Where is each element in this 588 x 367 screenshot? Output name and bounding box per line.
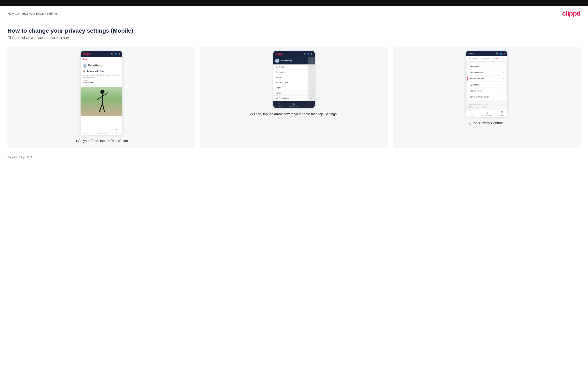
nav-menu-label-1: Menu (114, 132, 118, 134)
step-card-3: < Back 🔍 👤 ⚙ My Profile Connections Sett… (393, 47, 580, 148)
phone-icons-1: 🔍 👤 ⚙ (111, 53, 120, 55)
lesson-icon: 🏭 (83, 69, 86, 73)
tab-my-profile[interactable]: My Profile (467, 56, 478, 61)
feed-post: Blair McHarg Yesterday · Sunningdale 🏭 L… (81, 62, 122, 87)
home-icon-3: ⌂ (471, 111, 472, 114)
phone-header-2: clippd 🔍 👤 ⚙ (273, 51, 315, 57)
nav-menu-3[interactable]: ☰ Menu (500, 111, 504, 116)
page-heading: How to change your privacy settings (Mob… (8, 27, 580, 34)
settings-item-data-integrations[interactable]: Data Integrations › (467, 69, 506, 75)
menu-item-connections[interactable]: Connections (273, 70, 315, 75)
svg-line-4 (97, 96, 103, 99)
settings-icon-2: ⚙ (311, 53, 313, 55)
step-caption-3: 3) Tap 'Privacy Controls'. (468, 121, 505, 125)
feed-user-name: Blair McHarg (88, 64, 104, 66)
chart-icon: ◻ (100, 129, 103, 132)
settings-back: < Back 🔍 👤 ⚙ (466, 51, 507, 56)
menu-user-info: Blair McHarg (275, 59, 292, 63)
page-subheading: Choose what you want people to see (8, 36, 580, 40)
menu-icon-3: ☰ (501, 111, 503, 114)
menu-item-settings[interactable]: Settings (273, 75, 315, 80)
menu-section-home[interactable]: Home ⌄ (273, 91, 315, 96)
settings-item-my-golf-bag[interactable]: My Golf Bag › (467, 82, 506, 88)
menu-section-performance-label: My Performance (276, 97, 289, 99)
settings-item-privacy-controls[interactable]: Privacy Controls › (467, 76, 506, 81)
nav-home-3[interactable]: ⌂ Home (470, 111, 474, 116)
user-icon-2: 👤 (307, 53, 310, 55)
chart-icon-3: ◻ (486, 111, 488, 114)
nav-home-label-3: Home (470, 114, 474, 116)
menu-item-label-logout: Logout (276, 87, 282, 89)
feed-duration-label: Duration (83, 79, 120, 81)
menu-item-label-settings: Settings (276, 76, 283, 78)
chevron-up-icon: ⌃ (311, 60, 313, 62)
step-card-1: clippd 🔍 👤 ⚙ Feed (8, 47, 195, 148)
nav-menu-2[interactable]: ✕ Menu (307, 102, 311, 107)
tab-connections[interactable]: Connections (478, 56, 491, 61)
nav-menu-1[interactable]: ☰ Menu (114, 129, 118, 134)
steps-container: clippd 🔍 👤 ⚙ Feed (8, 47, 580, 148)
svg-point-10 (277, 59, 278, 61)
phone-icons-2: 🔍 👤 ⚙ (303, 53, 313, 55)
tab-settings[interactable]: Settings (491, 56, 500, 61)
settings-item-my-account[interactable]: My Account › (467, 63, 506, 69)
external-link-icon: ↗ (311, 82, 312, 83)
golf-image (81, 87, 122, 116)
chevron-down-icon-performance: ⌄ (311, 97, 312, 99)
chevron-right-icon-1: › (503, 71, 504, 73)
main-content: How to change your privacy settings (Mob… (0, 20, 588, 153)
menu-item-help-support[interactable]: Help & Support ↗ (273, 80, 315, 85)
menu-avatar (275, 59, 279, 63)
nav-performance-label-2: My Performance (289, 105, 299, 107)
nav-home-2[interactable]: ⌂ Home (277, 102, 281, 107)
lesson-title: Lesson with Fordy (87, 70, 105, 72)
menu-icon: ☰ (115, 129, 118, 132)
nav-performance-2[interactable]: ◻ My Performance (289, 102, 299, 107)
menu-user-row[interactable]: Blair McHarg ⌃ (273, 57, 315, 65)
golfer-silhouette (93, 88, 110, 115)
menu-user-name: Blair McHarg (281, 60, 292, 62)
home-icon-2: ⌂ (278, 102, 280, 105)
nav-performance-1[interactable]: ◻ My Performance (96, 129, 107, 134)
menu-section-performance[interactable]: My Performance ⌄ (273, 96, 315, 101)
menu-section-home-label: Home (276, 92, 281, 94)
menu-item-label-connections: Connections (276, 71, 286, 73)
phone-settings: My Account › Data Integrations › Privacy… (466, 62, 507, 110)
settings-item-label-data-integrations: Data Integrations (469, 71, 483, 73)
phone-menu: Blair McHarg ⌃ My Profile Connections (273, 57, 315, 101)
nav-home-label-2: Home (277, 105, 281, 107)
phone-logo-1: clippd (83, 52, 91, 56)
settings-item-help-support[interactable]: Help & Support ↗ (467, 88, 506, 93)
svg-point-2 (100, 90, 104, 94)
menu-item-label-help: Help & Support (276, 82, 288, 83)
menu-item-my-profile[interactable]: My Profile (273, 65, 315, 70)
nav-home-label-1: Home (84, 132, 88, 134)
search-icon-2: 🔍 (303, 53, 306, 55)
settings-item-label-help-support: Help & Support (469, 90, 482, 92)
header: How to change your privacy settings clip… (0, 6, 588, 20)
settings-item-privacy-policy[interactable]: Service & Privacy Policy ↗ (467, 94, 506, 100)
chevron-right-icon-3: › (503, 83, 504, 86)
external-link-icon-3: ↗ (502, 96, 504, 98)
settings-tabs: My Profile Connections Settings (466, 56, 507, 62)
svg-point-0 (84, 65, 86, 66)
phone-logo-2: clippd (275, 52, 283, 56)
menu-item-label-my-profile: My Profile (276, 66, 284, 68)
search-icon: 🔍 (111, 53, 113, 55)
avatar (83, 64, 87, 68)
back-button[interactable]: < Back (468, 53, 474, 55)
version-line-2: GQL Server Version: 2022.7.30-1 (468, 106, 505, 108)
step-caption-2: 2) Then, tap the arrow next to your name… (250, 112, 338, 117)
menu-items-list: My Profile Connections Settings Help & S… (273, 65, 315, 101)
settings-item-label-privacy-controls: Privacy Controls (470, 78, 484, 80)
feed-avatar-row: Blair McHarg Yesterday · Sunningdale (83, 64, 120, 68)
close-icon: ✕ (308, 102, 310, 105)
nav-performance-3[interactable]: ◻ My Performance (481, 111, 492, 116)
phone-bottom-nav-2: ⌂ Home ◻ My Performance ✕ Menu (273, 101, 315, 108)
step-caption-1: 1) On your Feed, tap the 'Menu' icon. (74, 139, 129, 143)
menu-item-logout[interactable]: Logout (273, 85, 315, 91)
nav-home-1[interactable]: ⌂ Home (84, 129, 88, 134)
phone-feed: Feed Blair McHarg Yesterday · Sunningdal… (81, 57, 122, 128)
copyright: Copyright Clippd 2022 (8, 156, 32, 159)
phone-bottom-nav-1: ⌂ Home ◻ My Performance ☰ Menu (81, 128, 122, 135)
